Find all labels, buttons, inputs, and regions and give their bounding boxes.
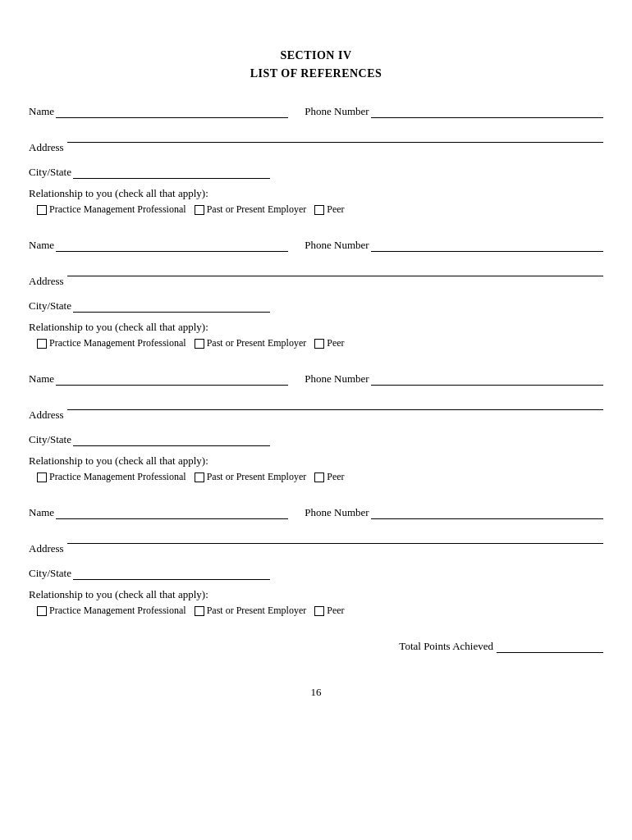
address-line-2[interactable] bbox=[67, 263, 603, 276]
page-container: SECTION IV LIST OF REFERENCES Name Phone… bbox=[29, 0, 603, 732]
phone-line-1[interactable] bbox=[371, 105, 603, 118]
relationship-row-2: Relationship to you (check all that appl… bbox=[29, 321, 603, 349]
address-line-1[interactable] bbox=[67, 130, 603, 143]
citystate-line-4[interactable] bbox=[73, 567, 270, 580]
section-title: SECTION IV bbox=[29, 49, 603, 62]
list-title: LIST OF REFERENCES bbox=[29, 67, 603, 80]
address-label-3: Address bbox=[29, 409, 64, 422]
checkbox-label-3-1: Past or Present Employer bbox=[207, 471, 307, 483]
name-line-4[interactable] bbox=[56, 506, 288, 519]
checkbox-box-1-1[interactable] bbox=[195, 205, 204, 215]
checkbox-box-2-2[interactable] bbox=[314, 339, 324, 349]
name-phone-row-2: Name Phone Number bbox=[29, 239, 603, 252]
relationship-label-4: Relationship to you (check all that appl… bbox=[29, 588, 603, 601]
checkboxes-row-3: Practice Management Professional Past or… bbox=[29, 471, 603, 483]
references-container: Name Phone Number Address City/State Rel… bbox=[29, 105, 603, 617]
checkbox-item-3-1[interactable]: Past or Present Employer bbox=[195, 471, 307, 483]
checkbox-box-3-0[interactable] bbox=[37, 472, 47, 482]
checkbox-label-3-2: Peer bbox=[327, 471, 344, 483]
address-line-3[interactable] bbox=[67, 397, 603, 410]
checkbox-box-4-2[interactable] bbox=[314, 606, 324, 616]
address-row-2: Address bbox=[29, 263, 603, 288]
total-label: Total Points Achieved bbox=[399, 640, 493, 653]
checkbox-label-4-0: Practice Management Professional bbox=[49, 605, 186, 617]
checkbox-box-1-0[interactable] bbox=[37, 205, 47, 215]
address-label-4: Address bbox=[29, 542, 64, 555]
checkbox-label-4-1: Past or Present Employer bbox=[207, 605, 307, 617]
name-line-1[interactable] bbox=[56, 105, 288, 118]
checkbox-item-4-2[interactable]: Peer bbox=[314, 605, 344, 617]
phone-label-1: Phone Number bbox=[305, 105, 369, 118]
checkbox-item-4-1[interactable]: Past or Present Employer bbox=[195, 605, 307, 617]
checkbox-label-1-2: Peer bbox=[327, 203, 344, 216]
phone-line-4[interactable] bbox=[371, 506, 603, 519]
citystate-row-2: City/State bbox=[29, 299, 603, 313]
name-label-4: Name bbox=[29, 506, 54, 519]
page-number: 16 bbox=[29, 686, 603, 699]
name-phone-row-3: Name Phone Number bbox=[29, 372, 603, 386]
total-row: Total Points Achieved bbox=[29, 640, 603, 653]
checkbox-item-2-1[interactable]: Past or Present Employer bbox=[195, 337, 307, 349]
checkbox-label-3-0: Practice Management Professional bbox=[49, 471, 186, 483]
name-label-3: Name bbox=[29, 372, 54, 386]
checkbox-box-3-1[interactable] bbox=[195, 472, 204, 482]
phone-line-2[interactable] bbox=[371, 239, 603, 252]
reference-block-2: Name Phone Number Address City/State Rel… bbox=[29, 239, 603, 349]
citystate-line-1[interactable] bbox=[73, 166, 270, 179]
phone-line-3[interactable] bbox=[371, 372, 603, 386]
checkbox-label-2-1: Past or Present Employer bbox=[207, 337, 307, 349]
relationship-label-3: Relationship to you (check all that appl… bbox=[29, 454, 603, 468]
checkbox-label-1-1: Past or Present Employer bbox=[207, 203, 307, 216]
checkbox-box-4-1[interactable] bbox=[195, 606, 204, 616]
citystate-line-2[interactable] bbox=[73, 299, 270, 313]
checkbox-box-3-2[interactable] bbox=[314, 472, 324, 482]
name-line-2[interactable] bbox=[56, 239, 288, 252]
phone-label-4: Phone Number bbox=[305, 506, 369, 519]
citystate-label-1: City/State bbox=[29, 166, 71, 179]
citystate-label-4: City/State bbox=[29, 567, 71, 580]
checkbox-box-1-2[interactable] bbox=[314, 205, 324, 215]
checkbox-item-1-2[interactable]: Peer bbox=[314, 203, 344, 216]
relationship-row-3: Relationship to you (check all that appl… bbox=[29, 454, 603, 483]
name-phone-row-4: Name Phone Number bbox=[29, 506, 603, 519]
name-phone-row-1: Name Phone Number bbox=[29, 105, 603, 118]
checkbox-item-1-1[interactable]: Past or Present Employer bbox=[195, 203, 307, 216]
phone-label-2: Phone Number bbox=[305, 239, 369, 252]
address-label-1: Address bbox=[29, 141, 64, 154]
address-label-2: Address bbox=[29, 275, 64, 288]
checkbox-box-2-0[interactable] bbox=[37, 339, 47, 349]
relationship-row-4: Relationship to you (check all that appl… bbox=[29, 588, 603, 617]
checkbox-label-2-2: Peer bbox=[327, 337, 344, 349]
name-label-2: Name bbox=[29, 239, 54, 252]
checkbox-item-3-0[interactable]: Practice Management Professional bbox=[37, 471, 186, 483]
name-line-3[interactable] bbox=[56, 372, 288, 386]
address-row-3: Address bbox=[29, 397, 603, 422]
reference-block-4: Name Phone Number Address City/State Rel… bbox=[29, 506, 603, 617]
citystate-line-3[interactable] bbox=[73, 433, 270, 446]
checkbox-item-2-0[interactable]: Practice Management Professional bbox=[37, 337, 186, 349]
name-label-1: Name bbox=[29, 105, 54, 118]
reference-block-3: Name Phone Number Address City/State Rel… bbox=[29, 372, 603, 483]
checkbox-item-4-0[interactable]: Practice Management Professional bbox=[37, 605, 186, 617]
checkbox-item-2-2[interactable]: Peer bbox=[314, 337, 344, 349]
phone-label-3: Phone Number bbox=[305, 372, 369, 386]
citystate-row-4: City/State bbox=[29, 567, 603, 580]
address-row-1: Address bbox=[29, 130, 603, 154]
reference-block-1: Name Phone Number Address City/State Rel… bbox=[29, 105, 603, 216]
checkbox-item-3-2[interactable]: Peer bbox=[314, 471, 344, 483]
checkboxes-row-4: Practice Management Professional Past or… bbox=[29, 605, 603, 617]
checkboxes-row-2: Practice Management Professional Past or… bbox=[29, 337, 603, 349]
checkboxes-row-1: Practice Management Professional Past or… bbox=[29, 203, 603, 216]
citystate-label-3: City/State bbox=[29, 433, 71, 446]
checkbox-label-1-0: Practice Management Professional bbox=[49, 203, 186, 216]
total-line bbox=[497, 640, 603, 653]
citystate-row-3: City/State bbox=[29, 433, 603, 446]
address-row-4: Address bbox=[29, 531, 603, 555]
address-line-4[interactable] bbox=[67, 531, 603, 544]
checkbox-box-4-0[interactable] bbox=[37, 606, 47, 616]
checkbox-item-1-0[interactable]: Practice Management Professional bbox=[37, 203, 186, 216]
relationship-row-1: Relationship to you (check all that appl… bbox=[29, 187, 603, 216]
citystate-row-1: City/State bbox=[29, 166, 603, 179]
relationship-label-1: Relationship to you (check all that appl… bbox=[29, 187, 603, 200]
checkbox-box-2-1[interactable] bbox=[195, 339, 204, 349]
